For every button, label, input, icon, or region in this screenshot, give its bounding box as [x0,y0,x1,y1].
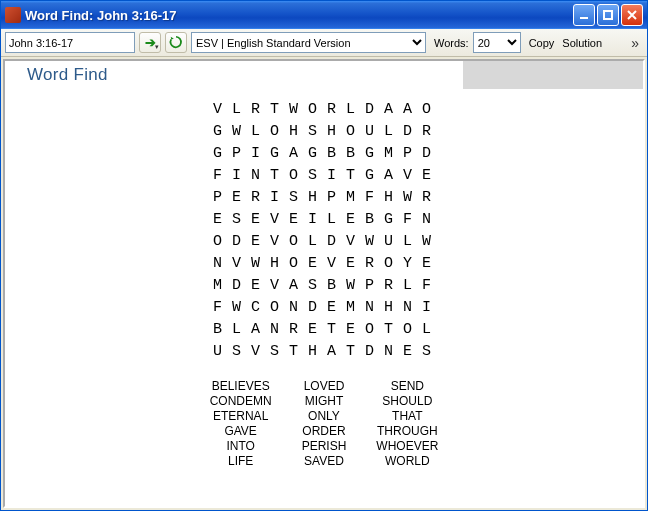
word-item: GAVE [224,424,256,439]
word-item: WORLD [385,454,430,469]
maximize-button[interactable] [597,4,619,26]
version-select[interactable]: ESV | English Standard Version [191,32,426,53]
word-item: SAVED [304,454,344,469]
words-label: Words: [434,37,469,49]
copy-button[interactable]: Copy [529,37,555,49]
word-column: BELIEVESCONDEMNETERNALGAVEINTOLIFE [210,379,272,469]
grid-row: NVWHOEVEROYE [207,253,441,275]
word-column: SENDSHOULDTHATTHROUGHWHOEVERWORLD [376,379,438,469]
close-button[interactable] [621,4,643,26]
puzzle-grid-area: VLRTWORLDAAOGWLOHSHOULDRGPIGAGBBGMPDFINT… [5,89,643,367]
grid-row: VLRTWORLDAAO [207,99,441,121]
reference-input[interactable] [5,32,135,53]
word-item: SEND [391,379,424,394]
word-item: CONDEMN [210,394,272,409]
titlebar: Word Find: John 3:16-17 [1,1,647,29]
refresh-button[interactable] [165,32,187,53]
grid-row: FINTOSITGAVE [207,165,441,187]
word-item: ETERNAL [213,409,268,424]
app-window: Word Find: John 3:16-17 ➔ ▾ ESV | Englis… [0,0,648,511]
page-title: Word Find [5,61,463,89]
word-item: ONLY [308,409,340,424]
grid-row: ODEVOLDVWULW [207,231,441,253]
grid-row: FWCONDEMNHNI [207,297,441,319]
chevron-down-icon: ▾ [155,43,159,51]
grid-row: GWLOHSHOULDR [207,121,441,143]
word-item: MIGHT [305,394,344,409]
go-button[interactable]: ➔ ▾ [139,32,161,53]
solution-button[interactable]: Solution [562,37,602,49]
word-item: THROUGH [377,424,438,439]
app-icon [5,7,21,23]
word-item: ORDER [302,424,345,439]
window-controls [573,4,643,26]
refresh-icon [169,35,183,51]
word-item: THAT [392,409,422,424]
word-column: LOVEDMIGHTONLYORDERPERISHSAVED [302,379,347,469]
grid-row: BLANRETEOTOL [207,319,441,341]
word-item: INTO [226,439,254,454]
grid-row: ESEVEILEBGFN [207,209,441,231]
grid-row: USVSTHATDNES [207,341,441,363]
word-list: BELIEVESCONDEMNETERNALGAVEINTOLIFE LOVED… [5,367,643,477]
word-item: WHOEVER [376,439,438,454]
minimize-button[interactable] [573,4,595,26]
words-select[interactable]: 20 [473,32,521,53]
grid-row: PERISHPMFHWR [207,187,441,209]
window-title: Word Find: John 3:16-17 [25,8,573,23]
word-item: BELIEVES [212,379,270,394]
svg-rect-0 [580,17,588,19]
puzzle-grid: VLRTWORLDAAOGWLOHSHOULDRGPIGAGBBGMPDFINT… [207,99,441,363]
content-area: Word Find VLRTWORLDAAOGWLOHSHOULDRGPIGAG… [3,59,645,508]
grid-row: GPIGAGBBGMPD [207,143,441,165]
header-sidebar [463,61,643,89]
grid-row: MDEVASBWPRLF [207,275,441,297]
page-header: Word Find [5,61,643,89]
arrow-right-icon: ➔ [145,35,156,50]
toolbar: ➔ ▾ ESV | English Standard Version Words… [1,29,647,57]
word-item: LIFE [228,454,253,469]
svg-rect-1 [604,11,612,19]
word-item: SHOULD [382,394,432,409]
word-item: LOVED [304,379,345,394]
word-item: PERISH [302,439,347,454]
expand-chevron-icon[interactable]: » [631,35,643,51]
